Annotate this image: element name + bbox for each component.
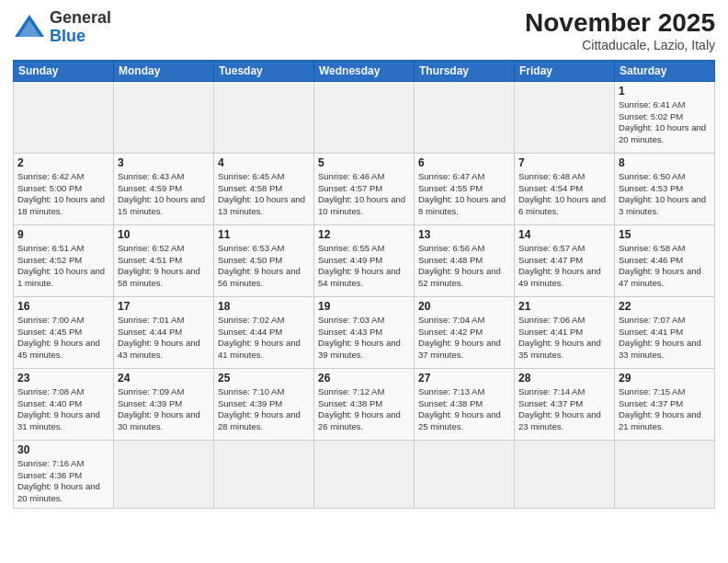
- calendar-day-cell: 26Sunrise: 7:12 AM Sunset: 4:38 PM Dayli…: [314, 368, 415, 440]
- weekday-row: SundayMondayTuesdayWednesdayThursdayFrid…: [14, 60, 715, 81]
- calendar-day-cell: 19Sunrise: 7:03 AM Sunset: 4:43 PM Dayli…: [314, 296, 415, 368]
- calendar-week-row: 1Sunrise: 6:41 AM Sunset: 5:02 PM Daylig…: [14, 81, 715, 153]
- calendar-day-cell: 16Sunrise: 7:00 AM Sunset: 4:45 PM Dayli…: [14, 296, 114, 368]
- calendar-day-cell: [515, 440, 615, 508]
- day-number: 11: [218, 228, 310, 241]
- day-number: 18: [218, 300, 310, 313]
- calendar-body: 1Sunrise: 6:41 AM Sunset: 5:02 PM Daylig…: [14, 81, 715, 508]
- day-number: 13: [418, 228, 510, 241]
- day-number: 2: [17, 156, 109, 169]
- calendar-day-cell: [314, 81, 415, 153]
- calendar-day-cell: [415, 440, 515, 508]
- day-number: 6: [418, 156, 510, 169]
- day-number: 15: [619, 228, 711, 241]
- day-info: Sunrise: 6:41 AM Sunset: 5:02 PM Dayligh…: [619, 99, 711, 146]
- day-info: Sunrise: 7:07 AM Sunset: 4:41 PM Dayligh…: [619, 315, 711, 362]
- day-info: Sunrise: 6:58 AM Sunset: 4:46 PM Dayligh…: [619, 243, 711, 290]
- logo-text: General Blue: [50, 9, 111, 46]
- day-number: 10: [118, 228, 210, 241]
- calendar-day-cell: 25Sunrise: 7:10 AM Sunset: 4:39 PM Dayli…: [214, 368, 314, 440]
- calendar-day-cell: 21Sunrise: 7:06 AM Sunset: 4:41 PM Dayli…: [515, 296, 615, 368]
- day-info: Sunrise: 6:42 AM Sunset: 5:00 PM Dayligh…: [17, 171, 109, 218]
- calendar-week-row: 30Sunrise: 7:16 AM Sunset: 4:36 PM Dayli…: [14, 440, 715, 508]
- calendar-day-cell: 9Sunrise: 6:51 AM Sunset: 4:52 PM Daylig…: [14, 224, 114, 296]
- weekday-header: Thursday: [415, 60, 515, 81]
- calendar-day-cell: 1Sunrise: 6:41 AM Sunset: 5:02 PM Daylig…: [615, 81, 715, 153]
- day-info: Sunrise: 6:55 AM Sunset: 4:49 PM Dayligh…: [318, 243, 410, 290]
- day-info: Sunrise: 7:06 AM Sunset: 4:41 PM Dayligh…: [518, 315, 610, 362]
- day-number: 23: [17, 372, 109, 385]
- day-number: 16: [17, 300, 109, 313]
- calendar-day-cell: 8Sunrise: 6:50 AM Sunset: 4:53 PM Daylig…: [615, 153, 715, 224]
- calendar-day-cell: [615, 440, 715, 508]
- day-number: 21: [518, 300, 610, 313]
- day-number: 17: [118, 300, 210, 313]
- day-number: 27: [418, 372, 510, 385]
- day-info: Sunrise: 7:02 AM Sunset: 4:44 PM Dayligh…: [218, 315, 310, 362]
- day-info: Sunrise: 7:03 AM Sunset: 4:43 PM Dayligh…: [318, 315, 410, 362]
- calendar-day-cell: 27Sunrise: 7:13 AM Sunset: 4:38 PM Dayli…: [415, 368, 515, 440]
- day-number: 8: [619, 156, 711, 169]
- calendar-day-cell: [214, 81, 314, 153]
- calendar-day-cell: 7Sunrise: 6:48 AM Sunset: 4:54 PM Daylig…: [515, 153, 615, 224]
- calendar-day-cell: 3Sunrise: 6:43 AM Sunset: 4:59 PM Daylig…: [114, 153, 214, 224]
- calendar-day-cell: 5Sunrise: 6:46 AM Sunset: 4:57 PM Daylig…: [314, 153, 415, 224]
- calendar-day-cell: 2Sunrise: 6:42 AM Sunset: 5:00 PM Daylig…: [14, 153, 114, 224]
- day-info: Sunrise: 7:12 AM Sunset: 4:38 PM Dayligh…: [318, 386, 410, 433]
- day-number: 14: [518, 228, 610, 241]
- logo-icon: [13, 11, 46, 44]
- calendar-day-cell: 20Sunrise: 7:04 AM Sunset: 4:42 PM Dayli…: [415, 296, 515, 368]
- calendar-day-cell: 13Sunrise: 6:56 AM Sunset: 4:48 PM Dayli…: [415, 224, 515, 296]
- day-info: Sunrise: 7:08 AM Sunset: 4:40 PM Dayligh…: [17, 386, 109, 433]
- calendar-day-cell: 11Sunrise: 6:53 AM Sunset: 4:50 PM Dayli…: [214, 224, 314, 296]
- header: General Blue November 2025 Cittaducale, …: [13, 9, 715, 52]
- day-info: Sunrise: 7:00 AM Sunset: 4:45 PM Dayligh…: [17, 315, 109, 362]
- calendar-day-cell: 12Sunrise: 6:55 AM Sunset: 4:49 PM Dayli…: [314, 224, 415, 296]
- day-number: 4: [218, 156, 310, 169]
- calendar-day-cell: 15Sunrise: 6:58 AM Sunset: 4:46 PM Dayli…: [615, 224, 715, 296]
- day-number: 29: [619, 372, 711, 385]
- calendar-day-cell: 28Sunrise: 7:14 AM Sunset: 4:37 PM Dayli…: [515, 368, 615, 440]
- day-number: 25: [218, 372, 310, 385]
- calendar-day-cell: [214, 440, 314, 508]
- day-info: Sunrise: 6:52 AM Sunset: 4:51 PM Dayligh…: [118, 243, 210, 290]
- calendar-day-cell: [515, 81, 615, 153]
- calendar-week-row: 16Sunrise: 7:00 AM Sunset: 4:45 PM Dayli…: [14, 296, 715, 368]
- location: Cittaducale, Lazio, Italy: [525, 38, 715, 52]
- calendar-day-cell: 6Sunrise: 6:47 AM Sunset: 4:55 PM Daylig…: [415, 153, 515, 224]
- day-info: Sunrise: 7:01 AM Sunset: 4:44 PM Dayligh…: [118, 315, 210, 362]
- calendar-week-row: 2Sunrise: 6:42 AM Sunset: 5:00 PM Daylig…: [14, 153, 715, 224]
- calendar-header: SundayMondayTuesdayWednesdayThursdayFrid…: [14, 60, 715, 81]
- day-info: Sunrise: 7:10 AM Sunset: 4:39 PM Dayligh…: [218, 386, 310, 433]
- day-number: 22: [619, 300, 711, 313]
- day-number: 3: [118, 156, 210, 169]
- month-title: November 2025: [525, 9, 715, 38]
- day-info: Sunrise: 6:46 AM Sunset: 4:57 PM Dayligh…: [318, 171, 410, 218]
- weekday-header: Friday: [515, 60, 615, 81]
- calendar-day-cell: 18Sunrise: 7:02 AM Sunset: 4:44 PM Dayli…: [214, 296, 314, 368]
- calendar-day-cell: [14, 81, 114, 153]
- calendar-week-row: 23Sunrise: 7:08 AM Sunset: 4:40 PM Dayli…: [14, 368, 715, 440]
- page: General Blue November 2025 Cittaducale, …: [0, 0, 728, 563]
- title-block: November 2025 Cittaducale, Lazio, Italy: [525, 9, 715, 52]
- day-info: Sunrise: 7:14 AM Sunset: 4:37 PM Dayligh…: [518, 386, 610, 433]
- calendar-day-cell: [114, 440, 214, 508]
- calendar-day-cell: 30Sunrise: 7:16 AM Sunset: 4:36 PM Dayli…: [14, 440, 114, 508]
- day-number: 12: [318, 228, 410, 241]
- day-number: 26: [318, 372, 410, 385]
- day-info: Sunrise: 7:16 AM Sunset: 4:36 PM Dayligh…: [17, 458, 109, 505]
- day-number: 5: [318, 156, 410, 169]
- calendar-day-cell: [415, 81, 515, 153]
- day-info: Sunrise: 6:57 AM Sunset: 4:47 PM Dayligh…: [518, 243, 610, 290]
- logo: General Blue: [13, 9, 111, 46]
- day-info: Sunrise: 7:09 AM Sunset: 4:39 PM Dayligh…: [118, 386, 210, 433]
- calendar-day-cell: 29Sunrise: 7:15 AM Sunset: 4:37 PM Dayli…: [615, 368, 715, 440]
- weekday-header: Wednesday: [314, 60, 415, 81]
- day-number: 28: [518, 372, 610, 385]
- logo-blue: Blue: [50, 28, 111, 46]
- calendar-day-cell: [314, 440, 415, 508]
- weekday-header: Sunday: [14, 60, 114, 81]
- calendar-table: SundayMondayTuesdayWednesdayThursdayFrid…: [13, 60, 715, 509]
- day-number: 7: [518, 156, 610, 169]
- calendar-day-cell: 24Sunrise: 7:09 AM Sunset: 4:39 PM Dayli…: [114, 368, 214, 440]
